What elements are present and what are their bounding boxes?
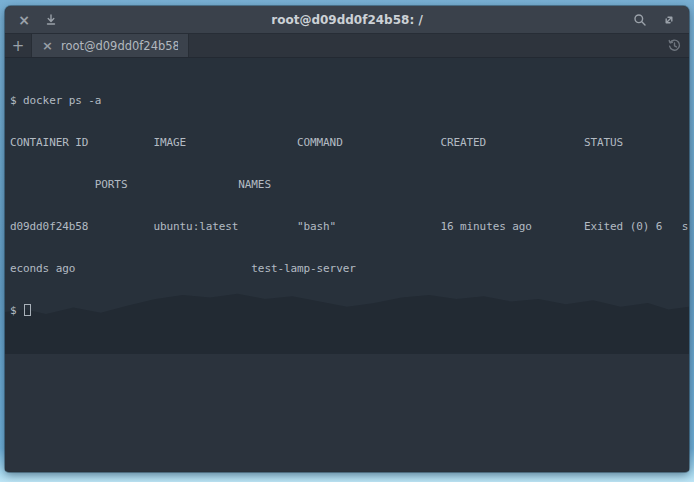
terminal-cursor (24, 304, 31, 316)
titlebar-right-controls (632, 12, 689, 28)
prompt-symbol: $ (10, 304, 17, 317)
terminal-content-area[interactable]: $ docker ps -a CONTAINER ID IMAGE COMMAN… (5, 58, 689, 471)
expand-arrows-icon (662, 13, 676, 27)
terminal-window: × root@d09dd0f24b58: / + (5, 6, 689, 472)
tab-label: root@d09dd0f24b58: / (61, 39, 178, 53)
search-icon (633, 13, 647, 27)
terminal-line-command: $ docker ps -a (10, 94, 689, 108)
terminal-line-row-2: econds ago test-lamp-server (10, 262, 689, 276)
terminal-prompt-line: $ (10, 304, 689, 318)
tab-close-button[interactable]: × (42, 39, 53, 52)
move-to-bottom-button[interactable] (43, 12, 59, 28)
history-button[interactable] (659, 34, 689, 57)
terminal-text: $ docker ps -a CONTAINER ID IMAGE COMMAN… (10, 66, 689, 346)
history-clock-icon (667, 38, 682, 53)
tab-bar: + × root@d09dd0f24b58: / (5, 34, 689, 58)
wallpaper-ground-silhouette (5, 354, 689, 471)
window-close-button[interactable]: × (16, 12, 32, 28)
terminal-line-header-2: PORTS NAMES (10, 178, 689, 192)
window-titlebar: × root@d09dd0f24b58: / (5, 6, 689, 34)
window-title: root@d09dd0f24b58: / (5, 13, 689, 27)
terminal-line-header-1: CONTAINER ID IMAGE COMMAND CREATED STATU… (10, 136, 689, 150)
search-button[interactable] (632, 12, 648, 28)
fullscreen-button[interactable] (661, 12, 677, 28)
arrow-down-to-bar-icon (44, 13, 58, 27)
terminal-line-row-1: d09dd0f24b58 ubuntu:latest "bash" 16 min… (10, 220, 689, 234)
new-tab-button[interactable]: + (5, 34, 32, 57)
tab-terminal-session[interactable]: × root@d09dd0f24b58: / (32, 34, 189, 57)
titlebar-left-controls: × (5, 12, 59, 28)
